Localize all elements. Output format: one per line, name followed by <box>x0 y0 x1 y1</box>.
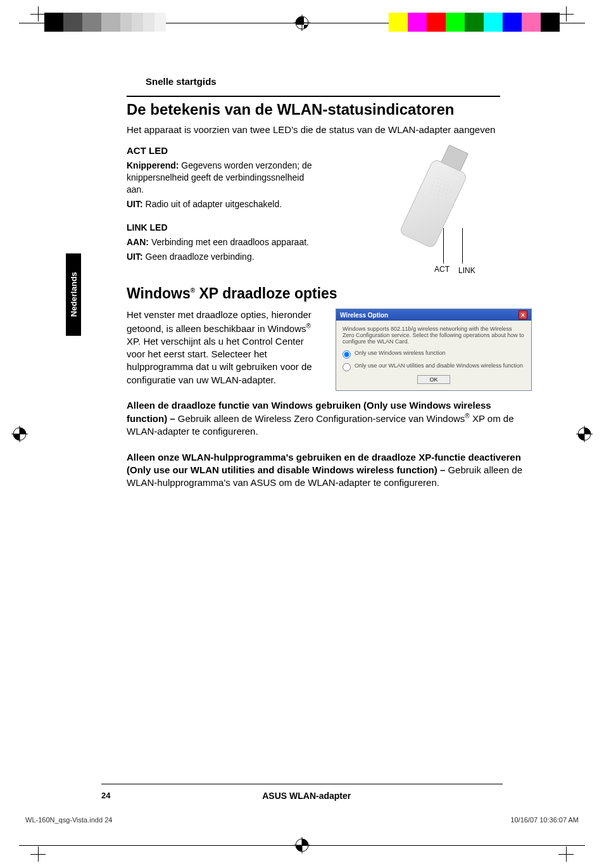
radio-label: Only use our WLAN utilities and disable … <box>355 362 523 369</box>
language-tab: Nederlands <box>66 253 81 336</box>
section1-intro: Het apparaat is voorzien van twee LED's … <box>127 124 500 136</box>
dialog-description: Windows supports 802.11b/g wireless netw… <box>343 326 525 345</box>
page-number: 24 <box>101 791 110 800</box>
registration-cross-icon <box>294 837 310 853</box>
registration-bar-bottom <box>0 835 604 855</box>
registration-bar-top <box>0 13 604 33</box>
link-led-title: LINK LED <box>127 222 323 234</box>
registration-cross-icon <box>11 426 28 442</box>
product-name: ASUS WLAN-adapter <box>101 791 503 801</box>
wireless-option-dialog: Wireless Option × Windows supports 802.1… <box>336 309 532 391</box>
diagram-link-label: LINK <box>458 266 475 275</box>
radio-input[interactable] <box>343 350 351 359</box>
registration-cross-icon <box>576 426 593 442</box>
ok-button[interactable]: OK <box>417 375 450 384</box>
running-header: Snelle startgids <box>146 76 541 87</box>
job-timestamp: 10/16/07 10:36:07 AM <box>510 816 579 824</box>
radio-input[interactable] <box>343 363 351 371</box>
radio-option-windows[interactable]: Only use Windows wireless function <box>343 350 525 359</box>
option-b-paragraph: Alleen onze WLAN-hulpprogramma's gebruik… <box>127 451 532 490</box>
dialog-title: Wireless Option <box>340 312 388 319</box>
radio-label: Only use Windows wireless function <box>355 350 446 356</box>
link-on-line: AAN: Verbinding met een draadloos appara… <box>127 236 323 248</box>
adapter-illustration: · · · ·· · · · ·· · · · · ·· · · · ·· · … <box>367 141 525 280</box>
print-job-footer: WL-160N_qsg-Vista.indd 24 10/16/07 10:36… <box>25 816 579 824</box>
registration-cross-icon <box>294 15 310 31</box>
section-rule <box>127 96 500 97</box>
page-footer: 24 ASUS WLAN-adapter <box>101 784 503 801</box>
job-filename: WL-160N_qsg-Vista.indd 24 <box>25 816 112 824</box>
act-blink-line: Knipperend: Gegevens worden verzonden; d… <box>127 160 323 196</box>
link-off-line: UIT: Geen draadloze verbinding. <box>127 251 323 263</box>
close-icon[interactable]: × <box>519 310 527 319</box>
section2-heading: Windows® XP draadloze opties <box>127 285 541 302</box>
act-off-line: UIT: Radio uit of adapter uitgeschakeld. <box>127 198 323 210</box>
option-a-paragraph: Alleen de draadloze functie van Windows … <box>127 399 532 438</box>
diagram-act-label: ACT <box>434 265 450 274</box>
section2-intro: Het venster met draadloze opties, hieron… <box>127 309 317 386</box>
section1-heading: De betekenis van de WLAN-statusindicator… <box>127 101 541 118</box>
radio-option-wlan-util[interactable]: Only use our WLAN utilities and disable … <box>343 362 525 371</box>
page-body: Nederlands Snelle startgids De betekenis… <box>38 51 566 817</box>
